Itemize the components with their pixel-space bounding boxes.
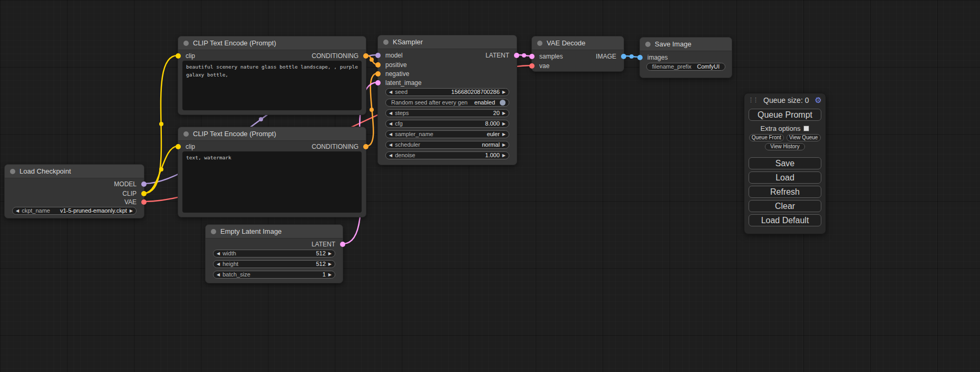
- clear-button[interactable]: Clear: [749, 200, 821, 212]
- model-output-dot[interactable]: [141, 182, 147, 187]
- sampler-name-widget[interactable]: ◀ sampler_name euler ▶: [385, 130, 509, 138]
- queue-front-button[interactable]: Queue Front: [749, 134, 784, 141]
- images-input-dot[interactable]: [637, 55, 643, 60]
- decrement-arrow-icon[interactable]: ◀: [389, 141, 392, 148]
- latent-image-input-dot[interactable]: [375, 80, 381, 85]
- input-slot-latent-image[interactable]: latent_image: [378, 79, 517, 87]
- output-slot-conditioning[interactable]: CONDITIONING: [178, 142, 366, 151]
- node-ksampler[interactable]: KSampler model LATENT positive negative …: [377, 35, 517, 165]
- collapse-icon[interactable]: [383, 40, 389, 45]
- decrement-arrow-icon[interactable]: ◀: [389, 89, 392, 96]
- view-history-button[interactable]: View History: [765, 143, 805, 150]
- node-title-bar[interactable]: Load Checkpoint: [5, 165, 144, 178]
- decrement-arrow-icon[interactable]: ◀: [389, 152, 392, 159]
- increment-arrow-icon[interactable]: ▶: [502, 110, 506, 117]
- vae-output-dot[interactable]: [141, 199, 147, 205]
- refresh-button[interactable]: Refresh: [749, 186, 821, 198]
- prompt-textarea[interactable]: text, watermark: [182, 151, 362, 213]
- decrement-arrow-icon[interactable]: ◀: [217, 261, 220, 268]
- node-title-bar[interactable]: CLIP Text Encode (Prompt): [178, 36, 366, 50]
- increment-arrow-icon[interactable]: ▶: [328, 271, 332, 278]
- save-button[interactable]: Save: [749, 157, 821, 169]
- prompt-textarea[interactable]: beautiful scenery nature glass bottle la…: [182, 61, 362, 110]
- decrement-arrow-icon[interactable]: ◀: [389, 110, 392, 117]
- vae-input-dot[interactable]: [529, 63, 535, 69]
- wire-conditioning-positive-midpoint-dot: [370, 58, 374, 62]
- node-load-checkpoint[interactable]: Load Checkpoint MODEL CLIP VAE ◀ ckpt_na…: [4, 164, 144, 218]
- collapse-icon[interactable]: [183, 41, 189, 46]
- decrement-arrow-icon[interactable]: ◀: [389, 120, 392, 127]
- ckpt-name-widget[interactable]: ◀ ckpt_name v1-5-pruned-emaonly.ckpt ▶: [12, 207, 137, 215]
- collapse-icon[interactable]: [537, 41, 542, 46]
- random-seed-toggle-widget[interactable]: Random seed after every gen enabled: [385, 99, 509, 107]
- cfg-widget[interactable]: ◀ cfg 8.000 ▶: [385, 120, 509, 128]
- view-queue-button[interactable]: View Queue: [787, 134, 821, 141]
- positive-input-dot[interactable]: [375, 62, 381, 68]
- image-output-dot[interactable]: [621, 54, 626, 59]
- width-widget[interactable]: ◀ width 512 ▶: [213, 250, 335, 257]
- increment-arrow-icon[interactable]: ▶: [328, 250, 332, 257]
- queue-panel[interactable]: ⋮⋮ Queue size: 0 ⚙ Queue Prompt Extra op…: [744, 93, 826, 234]
- node-title-bar[interactable]: Empty Latent Image: [206, 225, 343, 239]
- increment-arrow-icon[interactable]: ▶: [502, 120, 506, 127]
- node-title-bar[interactable]: Save Image: [640, 37, 732, 51]
- collapse-icon[interactable]: [183, 131, 189, 137]
- decrement-arrow-icon[interactable]: ◀: [389, 131, 392, 138]
- latent-output-dot[interactable]: [340, 242, 345, 247]
- decrement-arrow-icon[interactable]: ◀: [217, 271, 220, 278]
- output-slot-image[interactable]: IMAGE: [532, 52, 624, 61]
- scheduler-widget[interactable]: ◀ scheduler normal ▶: [385, 141, 509, 149]
- node-save-image[interactable]: Save Image images filename_prefix ComfyU…: [639, 37, 732, 78]
- seed-widget[interactable]: ◀ seed 156680208700286 ▶: [385, 88, 509, 96]
- increment-arrow-icon[interactable]: ▶: [502, 152, 506, 159]
- batch-size-widget[interactable]: ◀ batch_size 1 ▶: [213, 271, 335, 279]
- node-clip-text-encode-positive[interactable]: CLIP Text Encode (Prompt) clip CONDITION…: [178, 36, 366, 115]
- negative-input-dot[interactable]: [375, 71, 381, 77]
- latent-output-dot[interactable]: [514, 53, 519, 58]
- increment-arrow-icon[interactable]: ▶: [502, 131, 506, 138]
- increment-arrow-icon[interactable]: ▶: [502, 89, 506, 96]
- decrement-arrow-icon[interactable]: ◀: [16, 207, 19, 214]
- output-slot-conditioning[interactable]: CONDITIONING: [178, 52, 366, 60]
- input-slot-vae[interactable]: vae: [532, 62, 624, 70]
- increment-arrow-icon[interactable]: ▶: [130, 207, 133, 214]
- height-widget[interactable]: ◀ height 512 ▶: [213, 260, 335, 268]
- conditioning-output-dot[interactable]: [363, 53, 368, 59]
- load-button[interactable]: Load: [749, 171, 821, 184]
- denoise-widget[interactable]: ◀ denoise 1.000 ▶: [385, 151, 509, 159]
- queue-prompt-button[interactable]: Queue Prompt: [749, 109, 821, 121]
- widget-label: denoise: [395, 152, 415, 159]
- node-title: CLIP Text Encode (Prompt): [193, 130, 276, 138]
- node-title-bar[interactable]: VAE Decode: [532, 36, 624, 50]
- output-slot-latent[interactable]: LATENT: [206, 240, 343, 249]
- node-vae-decode[interactable]: VAE Decode samples IMAGE vae: [531, 36, 624, 72]
- increment-arrow-icon[interactable]: ▶: [502, 141, 506, 148]
- toggle-knob[interactable]: [500, 100, 506, 106]
- load-default-button[interactable]: Load Default: [749, 214, 821, 226]
- node-empty-latent-image[interactable]: Empty Latent Image LATENT ◀ width 512 ▶ …: [205, 224, 343, 283]
- decrement-arrow-icon[interactable]: ◀: [217, 250, 220, 257]
- collapse-icon[interactable]: [10, 169, 15, 174]
- collapse-icon[interactable]: [211, 229, 216, 234]
- clip-output-dot[interactable]: [141, 191, 147, 196]
- conditioning-output-dot[interactable]: [363, 144, 368, 149]
- node-graph-canvas[interactable]: Load Checkpoint MODEL CLIP VAE ◀ ckpt_na…: [0, 0, 980, 372]
- output-slot-latent[interactable]: LATENT: [378, 51, 517, 60]
- drag-handle-icon[interactable]: ⋮⋮: [748, 97, 758, 103]
- output-slot-model[interactable]: MODEL: [5, 180, 144, 188]
- node-clip-text-encode-negative[interactable]: CLIP Text Encode (Prompt) clip CONDITION…: [178, 127, 366, 217]
- extra-options-checkbox[interactable]: [803, 126, 809, 131]
- input-slot-positive[interactable]: positive: [378, 61, 517, 69]
- increment-arrow-icon[interactable]: ▶: [328, 261, 332, 268]
- steps-widget[interactable]: ◀ steps 20 ▶: [385, 109, 509, 117]
- node-title-bar[interactable]: KSampler: [378, 35, 517, 49]
- node-title-bar[interactable]: CLIP Text Encode (Prompt): [178, 127, 366, 141]
- settings-gear-icon[interactable]: ⚙: [815, 96, 822, 105]
- output-slot-vae[interactable]: VAE: [5, 198, 144, 206]
- collapse-icon[interactable]: [645, 42, 651, 47]
- filename-prefix-widget[interactable]: filename_prefix ComfyUI: [646, 63, 725, 71]
- input-slot-images[interactable]: images: [640, 53, 732, 62]
- input-slot-negative[interactable]: negative: [378, 70, 517, 78]
- widget-label: sampler_name: [395, 131, 433, 138]
- output-slot-clip[interactable]: CLIP: [5, 189, 144, 198]
